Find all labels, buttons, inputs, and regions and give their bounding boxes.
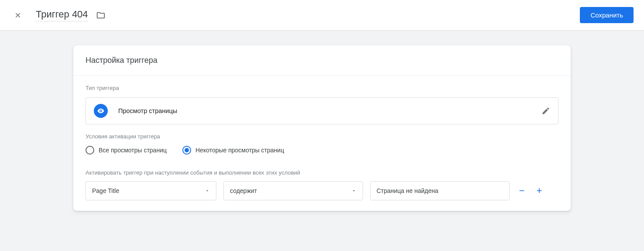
trigger-type-selector[interactable]: Просмотр страницы <box>86 97 558 124</box>
radio-icon-selected <box>182 146 191 155</box>
close-icon[interactable] <box>10 8 25 23</box>
eye-icon <box>94 104 108 118</box>
condition-row: Page Title содержит − + <box>86 181 558 200</box>
radio-all-pageviews[interactable]: Все просмотры страниц <box>86 146 167 155</box>
activation-radio-group: Все просмотры страниц Некоторые просмотр… <box>86 146 558 155</box>
panel-heading: Настройка триггера <box>73 45 571 76</box>
condition-section-label: Активировать триггер при наступлении соб… <box>86 169 558 176</box>
activation-section-label: Условия активации триггера <box>86 133 558 140</box>
chevron-down-icon <box>205 188 210 193</box>
radio-all-label: Все просмотры страниц <box>99 147 167 154</box>
page-title[interactable]: Триггер 404 <box>36 9 88 21</box>
radio-icon <box>86 146 94 155</box>
save-button[interactable]: Сохранить <box>580 7 634 23</box>
type-section-label: Тип триггера <box>86 85 558 91</box>
radio-some-label: Некоторые просмотры страниц <box>195 147 284 154</box>
condition-variable-select[interactable]: Page Title <box>86 181 216 200</box>
folder-icon[interactable] <box>96 10 106 20</box>
condition-operator-value: содержит <box>230 187 257 194</box>
radio-some-pageviews[interactable]: Некоторые просмотры страниц <box>182 146 284 155</box>
config-panel: Настройка триггера Тип триггера Просмотр… <box>73 45 571 211</box>
remove-condition-button[interactable]: − <box>517 186 527 196</box>
condition-variable-value: Page Title <box>92 187 119 194</box>
trigger-type-value: Просмотр страницы <box>118 107 541 114</box>
chevron-down-icon <box>351 188 356 193</box>
condition-operator-select[interactable]: содержит <box>223 181 363 200</box>
header-bar: Триггер 404 Сохранить <box>0 0 644 31</box>
edit-icon[interactable] <box>541 107 550 115</box>
add-condition-button[interactable]: + <box>534 186 545 196</box>
condition-value-input[interactable] <box>370 181 510 200</box>
